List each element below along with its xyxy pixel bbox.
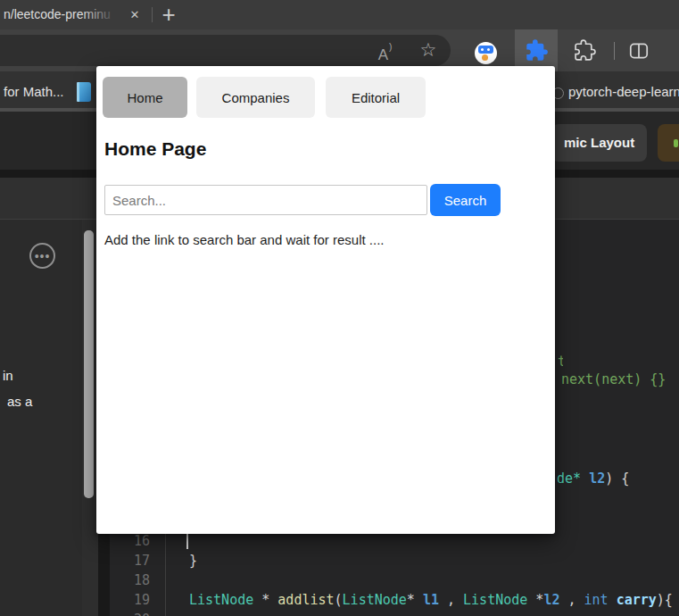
more-options-icon[interactable]: ••• xyxy=(29,243,55,269)
line-number: 20 xyxy=(110,612,150,616)
extension-popup: Home Companies Editorial Home Page Searc… xyxy=(96,66,555,534)
problem-panel: ••• in as a xyxy=(0,220,82,616)
robot-eye xyxy=(487,48,490,51)
code-fragment-next: next(next) {} xyxy=(561,371,666,387)
bookmark-item-math[interactable]: for Math... xyxy=(4,84,64,99)
code-token: ListNode xyxy=(463,592,527,608)
line-number: 19 xyxy=(110,592,150,608)
code-token: carry xyxy=(617,592,657,608)
popup-page-title: Home Page xyxy=(104,138,206,160)
bookmark-item-pytorch[interactable]: pytorch-deep-learn xyxy=(568,84,679,99)
code-token xyxy=(609,592,617,608)
tab-close-icon[interactable]: ✕ xyxy=(126,6,144,24)
popup-tab-editorial[interactable]: Editorial xyxy=(326,77,426,118)
code-token: * xyxy=(407,592,423,608)
code-token: , xyxy=(559,592,584,608)
extensions-puzzle-icon[interactable] xyxy=(574,39,596,62)
tab-title-fade xyxy=(82,0,125,29)
tab-separator xyxy=(152,7,153,22)
code-token: de* xyxy=(557,470,581,487)
code-text: } xyxy=(189,553,197,569)
panel-scrollbar-thumb[interactable] xyxy=(84,230,94,498)
code-token: * xyxy=(527,592,543,608)
code-token: l1 xyxy=(423,592,439,608)
panel-text-fragment: as a xyxy=(7,394,32,409)
popup-tab-home[interactable]: Home xyxy=(103,77,187,118)
code-token: l2 xyxy=(589,470,605,487)
code-token: ) { xyxy=(605,470,629,487)
book-icon[interactable] xyxy=(77,82,91,102)
robot-eye xyxy=(481,48,484,51)
extension-robot-icon[interactable] xyxy=(475,42,497,64)
line-number: 18 xyxy=(110,572,150,588)
search-button[interactable]: Search xyxy=(430,184,501,216)
code-line[interactable]: 17} xyxy=(110,551,679,570)
premium-button-fragment[interactable] xyxy=(658,124,679,162)
robot-nose xyxy=(482,54,488,61)
code-token: * xyxy=(253,592,277,608)
search-input[interactable] xyxy=(104,185,427,215)
code-lines: 1617}1819ListNode * addlist(ListNode* l1… xyxy=(110,531,679,616)
code-token: l2 xyxy=(543,592,559,608)
line-number: 17 xyxy=(110,553,150,569)
code-token: addlist xyxy=(277,592,334,608)
popup-caption: Add the link to search bar and wait for … xyxy=(104,232,385,247)
favorites-star-icon[interactable]: ☆ xyxy=(416,37,441,62)
line-number: 16 xyxy=(110,533,150,549)
split-screen-icon[interactable] xyxy=(626,39,651,62)
code-token: ( xyxy=(335,592,343,608)
code-token: ListNode xyxy=(189,592,253,608)
code-token xyxy=(581,470,589,487)
code-fragment-sliver: t xyxy=(558,354,563,370)
panel-text-fragment: in xyxy=(3,368,13,383)
code-line[interactable]: 19ListNode * addlist(ListNode* l1 , List… xyxy=(110,590,679,610)
new-tab-icon[interactable]: + xyxy=(157,1,180,28)
code-line[interactable]: 20 xyxy=(110,610,679,616)
code-text: ListNode * addlist(ListNode* l1 , ListNo… xyxy=(189,592,673,608)
read-aloud-letter: A xyxy=(378,46,388,63)
browser-toolbar: A) ☆ xyxy=(0,29,679,71)
premium-button-dot xyxy=(674,139,678,147)
popup-tab-companies[interactable]: Companies xyxy=(196,77,315,118)
dynamic-layout-button[interactable]: mic Layout xyxy=(551,124,647,162)
code-token: , xyxy=(439,592,463,608)
code-token: ){ xyxy=(657,592,673,608)
code-token: int xyxy=(584,592,609,608)
code-token: } xyxy=(189,553,197,569)
code-line[interactable]: 16 xyxy=(110,531,679,551)
text-cursor xyxy=(186,534,188,549)
read-aloud-wave: ) xyxy=(389,42,392,52)
read-aloud-icon[interactable]: A) xyxy=(371,40,398,62)
toolbar-separator xyxy=(614,42,615,60)
browser-tab-bar: n/leetcode-preminu ✕ + xyxy=(0,0,679,29)
screenshot-root: n/leetcode-preminu ✕ + A) ☆ for Math... … xyxy=(0,0,679,616)
code-token: ListNode xyxy=(343,592,407,608)
active-extension-puzzle-icon[interactable] xyxy=(525,38,549,62)
code-fragment-listnode: de* l2) { xyxy=(557,470,629,487)
code-line[interactable]: 18 xyxy=(110,570,679,590)
